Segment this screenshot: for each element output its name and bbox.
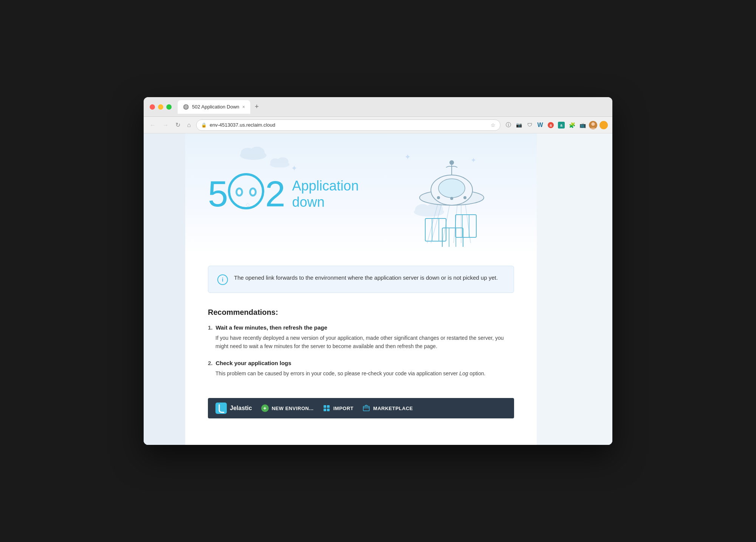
close-button[interactable] <box>150 104 155 110</box>
address-bar: ← → ↻ ⌂ 🔒 env-4513037.us.reclaim.cloud ☆… <box>144 117 612 133</box>
info-section: i The opened link forwards to the enviro… <box>185 254 537 304</box>
reload-button[interactable]: ↻ <box>174 120 182 130</box>
rec-item-2: 2. Check your application logs This prob… <box>208 360 514 378</box>
rec-item-1-header: 1. Wait a few minutes, then refresh the … <box>208 324 514 331</box>
svg-point-13 <box>249 147 265 158</box>
tab-area: 502 Application Down × + <box>178 100 606 114</box>
marketplace-icon <box>363 404 370 412</box>
cast-icon[interactable]: 📺 <box>578 121 587 129</box>
jelastic-logo: Jelastic <box>215 403 252 414</box>
lock-icon: 🔒 <box>201 122 207 128</box>
svg-text:a: a <box>560 123 562 127</box>
globe-icon <box>183 104 189 110</box>
new-tab-button[interactable]: + <box>253 103 260 111</box>
title-bar: 502 Application Down × + <box>144 97 612 117</box>
error-code: 5 <box>208 172 285 216</box>
svg-point-16 <box>277 157 288 166</box>
import-icon <box>323 404 330 412</box>
marketplace-button[interactable]: MARKETPLACE <box>363 404 413 412</box>
wordpress-icon[interactable]: W <box>536 121 544 129</box>
svg-rect-51 <box>324 409 326 411</box>
tab-close-icon[interactable]: × <box>242 105 245 109</box>
svg-rect-53 <box>363 406 369 411</box>
page-content: ✦ ✦ ◇ ◇ ✦ 5 <box>144 133 612 445</box>
import-button[interactable]: IMPORT <box>323 404 354 412</box>
main-area: ✦ ✦ ◇ ◇ ✦ 5 <box>185 133 537 445</box>
maximize-button[interactable] <box>166 104 172 110</box>
bookmark-icon[interactable]: ☆ <box>491 122 496 128</box>
sparkle-1: ✦ <box>291 164 297 173</box>
tab-label: 502 Application Down <box>192 104 239 110</box>
forward-button[interactable]: → <box>161 120 170 130</box>
svg-point-20 <box>229 174 263 208</box>
svg-text:a: a <box>550 123 552 127</box>
svg-point-37 <box>450 197 453 200</box>
url-text: env-4513037.us.reclaim.cloud <box>210 122 488 128</box>
svg-rect-50 <box>327 405 330 408</box>
notification-dot <box>600 121 608 129</box>
recommendations-title: Recommendations: <box>208 308 514 317</box>
svg-point-10 <box>591 122 595 125</box>
rec-item-2-body: This problem can be caused by errors in … <box>215 369 514 378</box>
svg-point-24 <box>251 189 255 195</box>
info-circle-icon: i <box>217 274 228 285</box>
shield-icon[interactable]: 🛡 <box>525 121 534 129</box>
hero-section: ✦ ✦ ◇ ◇ ✦ 5 <box>185 133 537 254</box>
recommendations-section: Recommendations: 1. Wait a few minutes, … <box>185 304 537 398</box>
minimize-button[interactable] <box>158 104 163 110</box>
right-gutter <box>537 133 612 445</box>
jelastic-brand-name: Jelastic <box>230 405 252 412</box>
jelastic-bar: Jelastic + NEW ENVIRON... <box>208 398 514 418</box>
home-button[interactable]: ⌂ <box>186 120 192 130</box>
ext-red-icon[interactable]: a <box>547 121 555 129</box>
camera-icon[interactable]: 📷 <box>515 121 523 129</box>
svg-point-35 <box>449 160 454 165</box>
error-title: Application down <box>292 178 359 210</box>
back-button[interactable]: ← <box>148 120 157 130</box>
ext-teal-icon[interactable]: a <box>557 121 565 129</box>
new-environ-button[interactable]: + NEW ENVIRON... <box>261 404 314 412</box>
rec-item-1-title: Wait a few minutes, then refresh the pag… <box>216 324 327 331</box>
svg-point-36 <box>437 196 440 199</box>
left-gutter <box>144 133 185 445</box>
svg-line-30 <box>465 201 471 243</box>
svg-rect-49 <box>324 405 326 408</box>
profile-avatar[interactable] <box>589 121 597 129</box>
traffic-lights <box>150 104 172 110</box>
rec-item-1-body: If you have recently deployed a new vers… <box>215 334 514 351</box>
puzzle-icon[interactable]: 🧩 <box>568 121 576 129</box>
rec-item-2-header: 2. Check your application logs <box>208 360 514 366</box>
info-box: i The opened link forwards to the enviro… <box>208 266 514 293</box>
svg-point-33 <box>438 179 465 198</box>
ufo-svg <box>393 141 507 247</box>
active-tab[interactable]: 502 Application Down × <box>178 100 250 114</box>
svg-point-23 <box>237 189 241 195</box>
new-environ-icon: + <box>261 404 269 412</box>
cloud-decoration-1 <box>238 145 268 160</box>
cloud-decoration-2 <box>268 156 291 167</box>
mac-window: 502 Application Down × + ← → ↻ ⌂ 🔒 env-4… <box>144 97 612 445</box>
jelastic-icon <box>215 403 227 414</box>
toolbar-icons: ⓘ 📷 🛡 W a a 🧩 📺 <box>504 121 608 129</box>
svg-rect-42 <box>455 215 476 237</box>
svg-rect-52 <box>327 409 330 411</box>
recommendations-list: 1. Wait a few minutes, then refresh the … <box>208 324 514 378</box>
error-display: 5 <box>208 172 359 216</box>
ufo-illustration <box>393 141 507 247</box>
info-text: The opened link forwards to the environm… <box>234 274 498 282</box>
info-icon[interactable]: ⓘ <box>504 121 513 129</box>
rec-item-2-title: Check your application logs <box>216 360 291 366</box>
rec-item-1: 1. Wait a few minutes, then refresh the … <box>208 324 514 351</box>
svg-point-38 <box>463 196 466 199</box>
alien-zero <box>227 172 265 210</box>
address-bar-input[interactable]: 🔒 env-4513037.us.reclaim.cloud ☆ <box>196 119 500 131</box>
